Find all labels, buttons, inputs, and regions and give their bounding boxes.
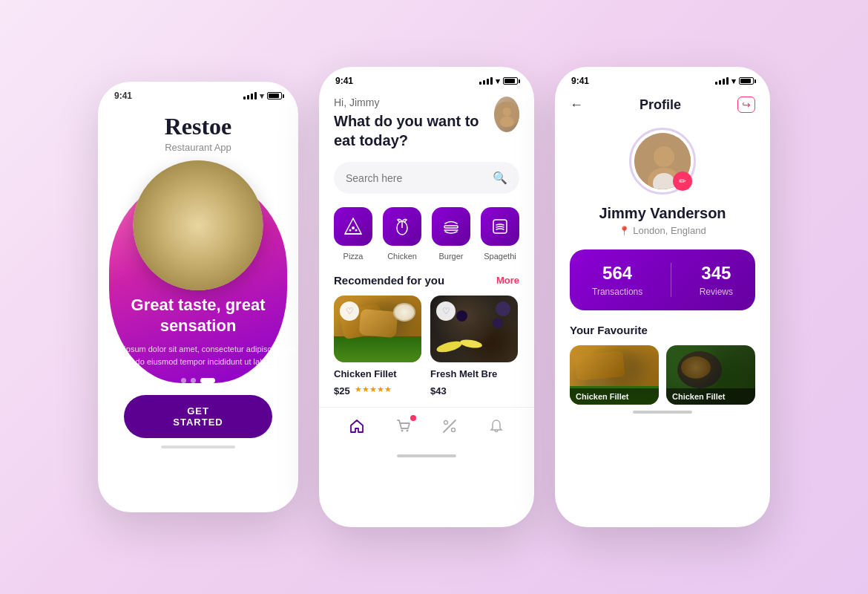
bottom-nav <box>319 407 534 448</box>
category-chicken[interactable]: Chicken <box>383 207 421 261</box>
svg-point-1 <box>502 108 510 116</box>
food-rating-1: ★★★★★ <box>355 385 392 394</box>
burger-label: Burger <box>438 252 463 261</box>
heart-btn-2[interactable]: ♡ <box>436 301 456 321</box>
favourites-title: Your Favourite <box>570 324 755 336</box>
chicken-label: Chicken <box>387 252 417 261</box>
greeting-text: Hi, Jimmy What do you want to eat today? <box>334 97 494 150</box>
stat-transactions: 564 Transactions <box>592 263 642 297</box>
dot-3 <box>200 378 215 383</box>
svg-rect-21 <box>661 174 667 189</box>
stats-card: 564 Transactions 345 Reviews <box>570 249 755 310</box>
edit-avatar-button[interactable]: ✏ <box>673 172 692 191</box>
stat-divider <box>671 263 671 297</box>
svg-point-5 <box>355 229 358 232</box>
spagethi-icon-box <box>481 207 519 246</box>
burger-icon-box <box>432 207 470 246</box>
logout-button[interactable]: ↪ <box>737 97 755 113</box>
avatar-image <box>494 97 519 132</box>
spagethi-label: Spagethi <box>484 252 516 261</box>
signal-icon-2 <box>479 77 493 85</box>
search-bar[interactable]: 🔍 <box>334 162 519 194</box>
pizza-icon-box <box>334 207 372 246</box>
splash-body: Lorem ipsum dolor sit amet, consectetur … <box>98 343 298 369</box>
time-2: 9:41 <box>335 76 353 86</box>
food-card-2[interactable]: ♡ Fresh Melt Bre $43 <box>430 296 518 396</box>
signal-icon <box>243 92 257 99</box>
dot-1 <box>181 378 186 383</box>
food-cards-row: ♡ Chicken Fillet $25 ★★★★★ <box>334 296 519 396</box>
svg-rect-8 <box>444 226 458 228</box>
fav-card-1[interactable]: Chicken Fillet <box>570 345 659 405</box>
phone-home: 9:41 ▾ Hi, Jimmy What do you want <box>319 67 534 527</box>
splash-headline: Great taste, great sensation <box>98 295 298 337</box>
app-subtitle: Restaurant App <box>98 142 298 153</box>
status-bar-3: 9:41 ▾ <box>555 67 770 91</box>
back-button[interactable]: ← <box>570 97 583 113</box>
more-link[interactable]: More <box>496 275 519 286</box>
svg-point-3 <box>352 226 355 229</box>
get-started-button[interactable]: GET STARTED <box>124 395 272 438</box>
favourites-section: Your Favourite Chicken Fillet <box>570 324 755 405</box>
profile-location: 📍 London, England <box>570 225 755 236</box>
profile-content: ← Profile ↪ <box>555 97 770 405</box>
spagethi-icon <box>490 216 510 237</box>
signal-icon-3 <box>715 77 729 85</box>
app-name: Restoe <box>98 113 298 140</box>
svg-point-14 <box>406 430 408 432</box>
location-pin-icon: 📍 <box>619 226 630 236</box>
burger-icon <box>441 216 461 237</box>
category-pizza[interactable]: Pizza <box>334 207 372 261</box>
wifi-icon-2: ▾ <box>496 76 500 86</box>
svg-point-4 <box>349 229 352 232</box>
svg-point-13 <box>401 430 403 432</box>
home-indicator-1 <box>161 446 235 448</box>
profile-header: ← Profile ↪ <box>570 97 755 113</box>
categories-row: Pizza Chicken <box>334 207 519 261</box>
food-card-image-1: ♡ <box>334 296 421 362</box>
food-card-1[interactable]: ♡ Chicken Fillet $25 ★★★★★ <box>334 296 421 396</box>
status-bar-2: 9:41 ▾ <box>319 67 534 91</box>
stat-reviews: 345 Reviews <box>700 263 733 297</box>
profile-avatar-ring: ✏ <box>629 128 696 195</box>
wifi-icon: ▾ <box>260 91 264 101</box>
recommended-header: Recomended for you More <box>334 274 519 287</box>
pizza-label: Pizza <box>343 252 364 261</box>
greeting-question: What do you want to eat today? <box>334 111 494 150</box>
home-nav-icon <box>349 418 365 434</box>
reviews-value: 345 <box>700 263 733 284</box>
user-avatar[interactable] <box>494 97 519 132</box>
fav-card-2[interactable]: Chicken Fillet <box>666 345 755 405</box>
search-input[interactable] <box>346 172 485 184</box>
wifi-icon-3: ▾ <box>731 76 736 86</box>
favourites-grid: Chicken Fillet Chicken Fillet <box>570 345 755 405</box>
nav-cart[interactable] <box>395 418 412 438</box>
status-bar-1: 9:41 ▾ <box>98 82 298 105</box>
category-spagethi[interactable]: Spagethi <box>481 207 519 261</box>
cart-badge <box>410 415 416 421</box>
profile-title: Profile <box>640 97 681 113</box>
status-icons-1: ▾ <box>243 91 282 101</box>
nav-discount[interactable] <box>441 418 458 438</box>
chicken-icon-box <box>383 207 421 246</box>
pizza-icon <box>343 216 364 237</box>
food-card-image-2: ♡ <box>430 296 518 362</box>
transactions-label: Transactions <box>592 287 642 297</box>
nav-notification[interactable] <box>488 418 504 438</box>
svg-point-18 <box>654 146 674 167</box>
cart-nav-icon <box>395 418 412 434</box>
food-plate <box>134 160 263 290</box>
nav-home[interactable] <box>349 418 365 438</box>
dot-2 <box>191 378 196 383</box>
time-3: 9:41 <box>571 76 589 86</box>
app-title: Restoe Restaurant App <box>98 113 298 153</box>
home-indicator-2 <box>397 454 456 457</box>
battery-icon <box>267 92 282 99</box>
food-card-price-1: $25 <box>334 385 350 396</box>
profile-name: Jimmy Vanderson <box>570 205 755 222</box>
food-card-title-2: Fresh Melt Bre <box>430 368 518 379</box>
heart-btn-1[interactable]: ♡ <box>340 301 359 321</box>
category-burger[interactable]: Burger <box>432 207 470 261</box>
greeting-row: Hi, Jimmy What do you want to eat today? <box>334 97 519 150</box>
food-image-pasta <box>134 160 263 290</box>
